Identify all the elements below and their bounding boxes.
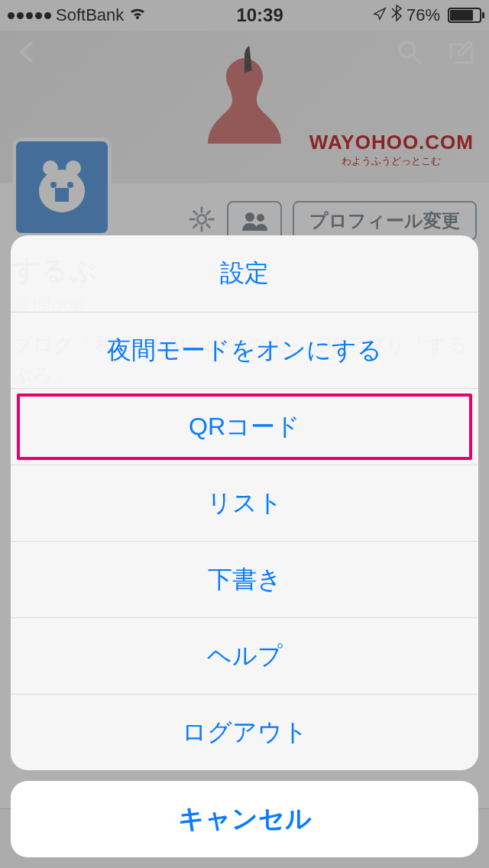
sheet-item-qr-code[interactable]: QRコード: [11, 388, 478, 465]
sheet-item-settings[interactable]: 設定: [11, 235, 478, 312]
sheet-item-label: 設定: [220, 257, 269, 290]
sheet-item-label: 下書き: [208, 563, 282, 597]
sheet-item-drafts[interactable]: 下書き: [11, 541, 478, 617]
cancel-button[interactable]: キャンセル: [11, 781, 478, 857]
sheet-item-label: ヘルプ: [207, 640, 283, 673]
sheet-item-help[interactable]: ヘルプ: [11, 617, 478, 694]
sheet-item-night-mode[interactable]: 夜間モードをオンにする: [11, 312, 478, 388]
sheet-item-lists[interactable]: リスト: [11, 465, 478, 541]
action-sheet: 設定 夜間モードをオンにする QRコード リスト 下書き ヘルプ ログアウト キ…: [11, 235, 478, 857]
sheet-item-label: ログアウト: [182, 716, 308, 750]
sheet-item-label: 夜間モードをオンにする: [107, 334, 382, 368]
sheet-item-label: QRコード: [189, 410, 300, 444]
sheet-item-logout[interactable]: ログアウト: [11, 694, 478, 770]
action-sheet-list: 設定 夜間モードをオンにする QRコード リスト 下書き ヘルプ ログアウト: [11, 235, 478, 770]
sheet-item-label: リスト: [207, 487, 283, 520]
cancel-label: キャンセル: [178, 802, 312, 837]
